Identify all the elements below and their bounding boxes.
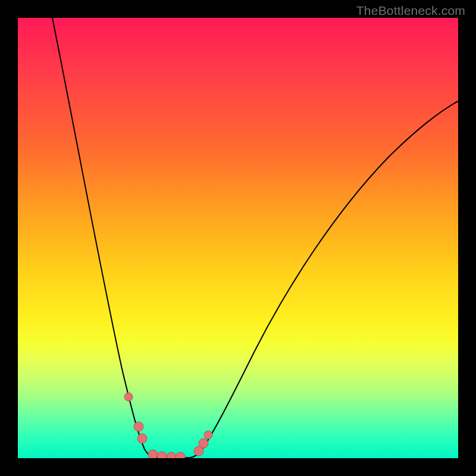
data-marker — [157, 452, 167, 458]
curve-left-branch — [52, 18, 170, 458]
watermark-text: TheBottleneck.com — [356, 4, 465, 18]
data-marker — [204, 431, 212, 439]
data-marker — [199, 439, 208, 448]
curve-layer — [18, 18, 458, 458]
plot-area — [18, 18, 458, 458]
data-marker — [167, 452, 176, 458]
outer-frame: TheBottleneck.com — [0, 0, 476, 476]
data-marker — [176, 452, 185, 458]
curve-right-branch — [170, 101, 458, 458]
data-marker — [137, 434, 147, 443]
data-marker — [124, 393, 133, 401]
data-marker — [134, 422, 143, 431]
data-marker — [148, 450, 158, 458]
